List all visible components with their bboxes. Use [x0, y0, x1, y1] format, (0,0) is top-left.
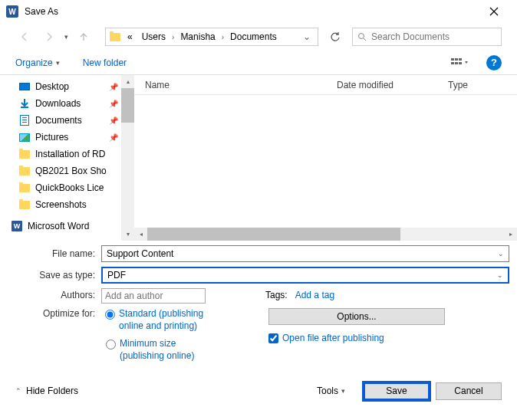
- column-name[interactable]: Name: [145, 80, 337, 90]
- sidebar-item-folder[interactable]: QB2021 Box Sho: [17, 162, 120, 179]
- sidebar-item-label: Desktop: [35, 81, 69, 92]
- new-folder-button[interactable]: New folder: [83, 57, 127, 68]
- pin-icon: 📌: [109, 100, 118, 108]
- breadcrumb-part[interactable]: Documents: [227, 30, 280, 44]
- filename-value: Support Content: [107, 248, 173, 259]
- sidebar-item-label: Pictures: [35, 132, 68, 143]
- document-icon: [18, 114, 31, 126]
- sidebar-item-label: Downloads: [35, 98, 81, 109]
- sidebar-item-documents[interactable]: Documents📌: [17, 112, 120, 129]
- chevron-right-icon: ›: [222, 33, 224, 41]
- cancel-button[interactable]: Cancel: [436, 382, 502, 400]
- svg-rect-5: [455, 62, 458, 64]
- column-date[interactable]: Date modified: [337, 80, 448, 90]
- word-icon: W: [11, 220, 23, 232]
- hide-folders-button[interactable]: ⌃ Hide Folders: [15, 386, 78, 396]
- savetype-label: Save as type:: [8, 270, 101, 281]
- word-app-icon: W: [6, 5, 18, 18]
- chevron-up-icon: ⌃: [15, 387, 21, 395]
- sidebar-scrollbar[interactable]: ▴ ▾: [121, 75, 134, 241]
- pin-icon: 📌: [109, 116, 118, 125]
- filelist-h-scrollbar[interactable]: ◂ ▸: [134, 228, 517, 241]
- open-after-checkbox[interactable]: [268, 333, 278, 343]
- optimize-label: Optimize for:: [18, 308, 101, 319]
- optimize-standard-label[interactable]: Standard (publishing online and printing…: [119, 308, 226, 332]
- column-type[interactable]: Type: [448, 80, 506, 90]
- search-input[interactable]: Search Documents: [352, 28, 502, 46]
- scroll-down-button[interactable]: ▾: [121, 228, 134, 241]
- search-placeholder: Search Documents: [371, 31, 449, 42]
- content-area: Desktop📌 Downloads📌 Documents📌 Pictures📌…: [0, 75, 517, 241]
- breadcrumb-root[interactable]: «: [124, 30, 136, 44]
- tools-label: Tools: [317, 386, 338, 396]
- scroll-right-button[interactable]: ▸: [504, 228, 517, 241]
- authors-label: Authors:: [8, 288, 101, 300]
- svg-rect-4: [451, 62, 454, 64]
- pictures-icon: [18, 131, 31, 143]
- sidebar-item-label: Documents: [35, 115, 82, 126]
- footer: ⌃ Hide Folders Tools ▾ Save Cancel: [0, 374, 517, 408]
- sidebar-item-pictures[interactable]: Pictures📌: [17, 129, 120, 146]
- help-button[interactable]: ?: [486, 55, 502, 71]
- refresh-icon: [330, 31, 341, 42]
- optimize-standard-radio[interactable]: [105, 310, 115, 320]
- breadcrumb-part[interactable]: Manisha: [177, 30, 218, 44]
- sidebar-item-folder[interactable]: Screenshots: [17, 196, 120, 213]
- view-list-icon: [451, 57, 468, 68]
- add-tag-link[interactable]: Add a tag: [295, 288, 334, 300]
- folder-icon: [18, 165, 31, 177]
- scroll-thumb[interactable]: [147, 228, 400, 241]
- chevron-down-icon[interactable]: ⌄: [497, 271, 503, 279]
- sidebar-item-folder[interactable]: QuickBooks Lice: [17, 179, 120, 196]
- form-area: File name: Support Content ⌄ Save as typ…: [0, 241, 517, 374]
- up-button[interactable]: [74, 28, 93, 46]
- back-arrow-icon: [19, 31, 30, 42]
- scroll-left-button[interactable]: ◂: [134, 228, 147, 241]
- up-arrow-icon: [78, 31, 89, 42]
- sidebar-item-word[interactable]: WMicrosoft Word: [9, 218, 120, 235]
- save-button[interactable]: Save: [364, 382, 430, 400]
- toolbar: Organize▾ New folder ?: [0, 51, 517, 75]
- svg-rect-1: [451, 58, 454, 61]
- tags-label: Tags:: [265, 288, 295, 300]
- file-list-body[interactable]: [134, 95, 517, 228]
- savetype-select[interactable]: PDF ⌄: [101, 267, 509, 284]
- forward-button[interactable]: [40, 28, 58, 46]
- desktop-icon: [18, 80, 31, 93]
- filename-input[interactable]: Support Content ⌄: [101, 245, 509, 262]
- svg-rect-3: [459, 58, 462, 61]
- scroll-up-button[interactable]: ▴: [121, 75, 134, 88]
- view-mode-button[interactable]: [451, 57, 468, 68]
- close-button[interactable]: [476, 0, 511, 23]
- chevron-down-icon[interactable]: ⌄: [498, 250, 504, 258]
- folder-icon: [18, 148, 31, 160]
- sidebar-item-desktop[interactable]: Desktop📌: [17, 78, 120, 95]
- folder-icon: [18, 199, 31, 211]
- back-button[interactable]: [15, 28, 34, 46]
- sidebar-item-folder[interactable]: Installation of RD: [17, 146, 120, 162]
- column-headers: Name Date modified Type: [134, 75, 517, 95]
- close-icon: [489, 7, 499, 16]
- tools-menu[interactable]: Tools ▾: [317, 386, 345, 396]
- open-after-label[interactable]: Open file after publishing: [282, 333, 384, 343]
- address-dropdown[interactable]: ⌄: [299, 31, 314, 42]
- sidebar-item-downloads[interactable]: Downloads📌: [17, 95, 120, 112]
- refresh-button[interactable]: [324, 28, 346, 46]
- options-button[interactable]: Options...: [268, 308, 445, 325]
- nav-tree: Desktop📌 Downloads📌 Documents📌 Pictures📌…: [0, 75, 121, 241]
- sidebar-item-label: Microsoft Word: [28, 221, 89, 231]
- chevron-down-icon: ▾: [341, 387, 345, 395]
- authors-input[interactable]: [101, 288, 206, 304]
- organize-menu[interactable]: Organize▾: [15, 57, 60, 68]
- file-list: Name Date modified Type ◂ ▸: [134, 75, 517, 241]
- search-icon: [357, 32, 367, 41]
- address-bar[interactable]: « Users › Manisha › Documents ⌄: [105, 28, 318, 46]
- scroll-thumb[interactable]: [121, 88, 134, 123]
- folder-icon: [109, 31, 121, 43]
- optimize-minimum-label[interactable]: Minimum size (publishing online): [120, 338, 219, 362]
- optimize-minimum-radio[interactable]: [106, 340, 116, 349]
- breadcrumb-part[interactable]: Users: [139, 30, 169, 44]
- folder-icon: [18, 182, 31, 194]
- history-dropdown[interactable]: ▾: [64, 33, 68, 41]
- pin-icon: 📌: [109, 133, 118, 142]
